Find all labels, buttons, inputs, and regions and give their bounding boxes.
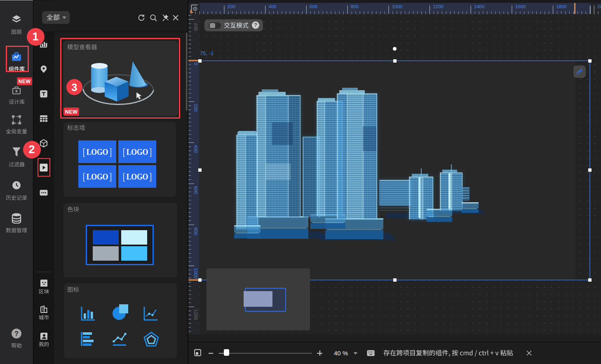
svg-text:?: ?: [14, 330, 19, 337]
